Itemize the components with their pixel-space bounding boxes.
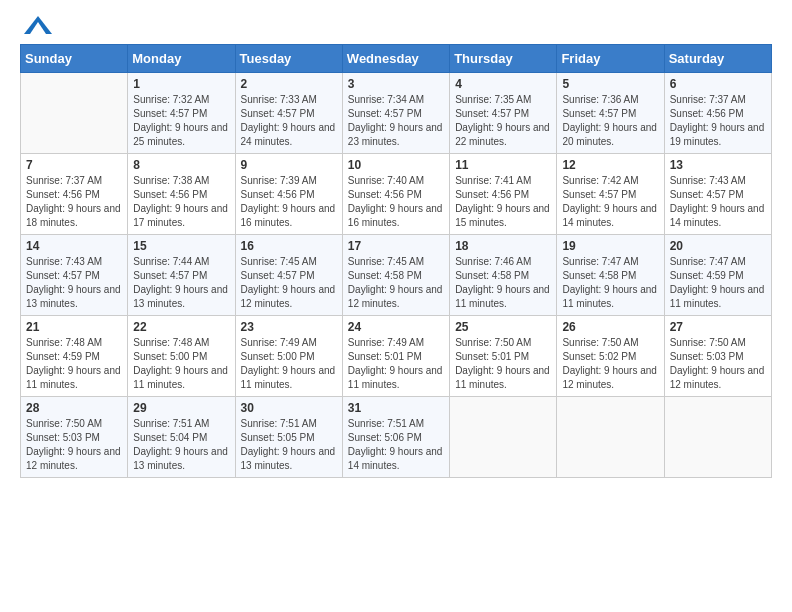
day-number: 17 <box>348 239 444 253</box>
calendar-cell <box>450 397 557 478</box>
weekday-header: Thursday <box>450 45 557 73</box>
sunrise-text: Sunrise: 7:34 AM <box>348 93 444 107</box>
calendar-cell: 25 Sunrise: 7:50 AM Sunset: 5:01 PM Dayl… <box>450 316 557 397</box>
sunrise-text: Sunrise: 7:48 AM <box>26 336 122 350</box>
calendar-cell: 12 Sunrise: 7:42 AM Sunset: 4:57 PM Dayl… <box>557 154 664 235</box>
sunrise-text: Sunrise: 7:47 AM <box>562 255 658 269</box>
calendar-week-row: 28 Sunrise: 7:50 AM Sunset: 5:03 PM Dayl… <box>21 397 772 478</box>
day-number: 27 <box>670 320 766 334</box>
day-info: Sunrise: 7:35 AM Sunset: 4:57 PM Dayligh… <box>455 93 551 149</box>
sunrise-text: Sunrise: 7:41 AM <box>455 174 551 188</box>
calendar-cell: 29 Sunrise: 7:51 AM Sunset: 5:04 PM Dayl… <box>128 397 235 478</box>
sunrise-text: Sunrise: 7:45 AM <box>241 255 337 269</box>
sunrise-text: Sunrise: 7:51 AM <box>133 417 229 431</box>
sunset-text: Sunset: 5:00 PM <box>241 350 337 364</box>
day-number: 31 <box>348 401 444 415</box>
daylight-text: Daylight: 9 hours and 11 minutes. <box>670 283 766 311</box>
sunrise-text: Sunrise: 7:50 AM <box>26 417 122 431</box>
sunset-text: Sunset: 4:57 PM <box>133 269 229 283</box>
calendar-cell: 14 Sunrise: 7:43 AM Sunset: 4:57 PM Dayl… <box>21 235 128 316</box>
day-info: Sunrise: 7:44 AM Sunset: 4:57 PM Dayligh… <box>133 255 229 311</box>
sunset-text: Sunset: 4:58 PM <box>348 269 444 283</box>
day-number: 21 <box>26 320 122 334</box>
daylight-text: Daylight: 9 hours and 12 minutes. <box>26 445 122 473</box>
sunset-text: Sunset: 4:58 PM <box>455 269 551 283</box>
day-number: 20 <box>670 239 766 253</box>
daylight-text: Daylight: 9 hours and 25 minutes. <box>133 121 229 149</box>
sunset-text: Sunset: 4:57 PM <box>562 188 658 202</box>
calendar-header-row: SundayMondayTuesdayWednesdayThursdayFrid… <box>21 45 772 73</box>
calendar-cell: 26 Sunrise: 7:50 AM Sunset: 5:02 PM Dayl… <box>557 316 664 397</box>
daylight-text: Daylight: 9 hours and 14 minutes. <box>562 202 658 230</box>
weekday-header: Tuesday <box>235 45 342 73</box>
day-info: Sunrise: 7:48 AM Sunset: 4:59 PM Dayligh… <box>26 336 122 392</box>
daylight-text: Daylight: 9 hours and 18 minutes. <box>26 202 122 230</box>
calendar-cell: 18 Sunrise: 7:46 AM Sunset: 4:58 PM Dayl… <box>450 235 557 316</box>
sunset-text: Sunset: 4:57 PM <box>133 107 229 121</box>
day-info: Sunrise: 7:37 AM Sunset: 4:56 PM Dayligh… <box>670 93 766 149</box>
sunrise-text: Sunrise: 7:50 AM <box>455 336 551 350</box>
daylight-text: Daylight: 9 hours and 11 minutes. <box>455 283 551 311</box>
calendar-table: SundayMondayTuesdayWednesdayThursdayFrid… <box>20 44 772 478</box>
sunset-text: Sunset: 4:56 PM <box>348 188 444 202</box>
day-info: Sunrise: 7:42 AM Sunset: 4:57 PM Dayligh… <box>562 174 658 230</box>
calendar-week-row: 21 Sunrise: 7:48 AM Sunset: 4:59 PM Dayl… <box>21 316 772 397</box>
sunset-text: Sunset: 4:56 PM <box>26 188 122 202</box>
sunrise-text: Sunrise: 7:44 AM <box>133 255 229 269</box>
day-number: 18 <box>455 239 551 253</box>
daylight-text: Daylight: 9 hours and 11 minutes. <box>133 364 229 392</box>
day-number: 25 <box>455 320 551 334</box>
day-info: Sunrise: 7:50 AM Sunset: 5:01 PM Dayligh… <box>455 336 551 392</box>
sunrise-text: Sunrise: 7:49 AM <box>241 336 337 350</box>
calendar-cell: 30 Sunrise: 7:51 AM Sunset: 5:05 PM Dayl… <box>235 397 342 478</box>
daylight-text: Daylight: 9 hours and 20 minutes. <box>562 121 658 149</box>
calendar-cell: 22 Sunrise: 7:48 AM Sunset: 5:00 PM Dayl… <box>128 316 235 397</box>
sunrise-text: Sunrise: 7:43 AM <box>26 255 122 269</box>
calendar-cell: 13 Sunrise: 7:43 AM Sunset: 4:57 PM Dayl… <box>664 154 771 235</box>
page-header <box>20 16 772 34</box>
sunset-text: Sunset: 4:59 PM <box>670 269 766 283</box>
daylight-text: Daylight: 9 hours and 11 minutes. <box>562 283 658 311</box>
sunset-text: Sunset: 4:57 PM <box>348 107 444 121</box>
day-info: Sunrise: 7:34 AM Sunset: 4:57 PM Dayligh… <box>348 93 444 149</box>
calendar-cell: 2 Sunrise: 7:33 AM Sunset: 4:57 PM Dayli… <box>235 73 342 154</box>
sunrise-text: Sunrise: 7:51 AM <box>348 417 444 431</box>
day-number: 14 <box>26 239 122 253</box>
weekday-header: Friday <box>557 45 664 73</box>
weekday-header: Sunday <box>21 45 128 73</box>
day-info: Sunrise: 7:40 AM Sunset: 4:56 PM Dayligh… <box>348 174 444 230</box>
day-info: Sunrise: 7:37 AM Sunset: 4:56 PM Dayligh… <box>26 174 122 230</box>
sunset-text: Sunset: 5:00 PM <box>133 350 229 364</box>
sunrise-text: Sunrise: 7:37 AM <box>26 174 122 188</box>
calendar-cell: 20 Sunrise: 7:47 AM Sunset: 4:59 PM Dayl… <box>664 235 771 316</box>
calendar-cell: 8 Sunrise: 7:38 AM Sunset: 4:56 PM Dayli… <box>128 154 235 235</box>
day-info: Sunrise: 7:48 AM Sunset: 5:00 PM Dayligh… <box>133 336 229 392</box>
day-info: Sunrise: 7:45 AM Sunset: 4:57 PM Dayligh… <box>241 255 337 311</box>
day-info: Sunrise: 7:51 AM Sunset: 5:04 PM Dayligh… <box>133 417 229 473</box>
day-info: Sunrise: 7:49 AM Sunset: 5:00 PM Dayligh… <box>241 336 337 392</box>
daylight-text: Daylight: 9 hours and 13 minutes. <box>133 283 229 311</box>
day-info: Sunrise: 7:33 AM Sunset: 4:57 PM Dayligh… <box>241 93 337 149</box>
day-info: Sunrise: 7:43 AM Sunset: 4:57 PM Dayligh… <box>670 174 766 230</box>
day-number: 2 <box>241 77 337 91</box>
daylight-text: Daylight: 9 hours and 22 minutes. <box>455 121 551 149</box>
day-number: 10 <box>348 158 444 172</box>
daylight-text: Daylight: 9 hours and 16 minutes. <box>348 202 444 230</box>
day-info: Sunrise: 7:50 AM Sunset: 5:02 PM Dayligh… <box>562 336 658 392</box>
sunrise-text: Sunrise: 7:47 AM <box>670 255 766 269</box>
day-number: 22 <box>133 320 229 334</box>
logo-icon <box>24 16 52 34</box>
daylight-text: Daylight: 9 hours and 11 minutes. <box>26 364 122 392</box>
day-info: Sunrise: 7:38 AM Sunset: 4:56 PM Dayligh… <box>133 174 229 230</box>
sunset-text: Sunset: 5:03 PM <box>26 431 122 445</box>
day-number: 15 <box>133 239 229 253</box>
sunset-text: Sunset: 4:59 PM <box>26 350 122 364</box>
sunset-text: Sunset: 4:57 PM <box>241 269 337 283</box>
daylight-text: Daylight: 9 hours and 13 minutes. <box>26 283 122 311</box>
daylight-text: Daylight: 9 hours and 24 minutes. <box>241 121 337 149</box>
calendar-cell: 17 Sunrise: 7:45 AM Sunset: 4:58 PM Dayl… <box>342 235 449 316</box>
calendar-cell: 4 Sunrise: 7:35 AM Sunset: 4:57 PM Dayli… <box>450 73 557 154</box>
calendar-cell: 19 Sunrise: 7:47 AM Sunset: 4:58 PM Dayl… <box>557 235 664 316</box>
day-number: 11 <box>455 158 551 172</box>
calendar-cell: 5 Sunrise: 7:36 AM Sunset: 4:57 PM Dayli… <box>557 73 664 154</box>
